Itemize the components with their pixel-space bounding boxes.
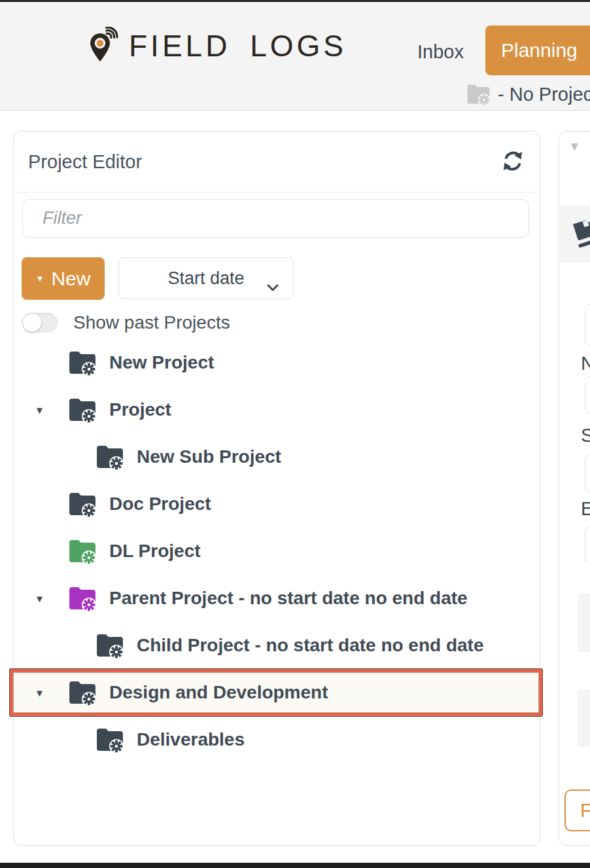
panel-title: Project Editor	[28, 151, 142, 173]
tree-row[interactable]: ▼	[10, 669, 542, 716]
map-pin-signal-icon	[88, 27, 118, 65]
project-editor-panel: Project Editor ▼ New Start date	[13, 131, 540, 846]
detail-tab-bar	[560, 206, 590, 262]
tree-row[interactable]: ▼	[14, 716, 540, 763]
show-past-toggle-row: Show past Projects	[22, 312, 230, 333]
detail-block	[578, 689, 590, 747]
bottom-border-bar	[0, 863, 590, 868]
selected-project-indicator[interactable]: - No Projec	[466, 83, 590, 105]
detail-input[interactable]	[585, 376, 590, 414]
folder-gear-icon	[67, 350, 97, 376]
show-past-toggle[interactable]	[22, 313, 58, 333]
folder-gear-icon	[67, 538, 97, 564]
selected-project-label: - No Projec	[498, 84, 590, 105]
detail-action-button[interactable]: F	[564, 789, 590, 831]
folder-gear-icon	[95, 632, 125, 659]
tree-row[interactable]: ▼	[14, 433, 540, 480]
folder-gear-icon	[67, 679, 97, 706]
project-label: New Project	[109, 352, 214, 373]
toggle-knob	[23, 314, 41, 332]
field-label-end: E	[581, 498, 590, 520]
caret-down-icon[interactable]: ▼	[35, 593, 49, 604]
project-detail-panel: ▼ N S E F	[559, 131, 590, 846]
tree-row[interactable]: ▼	[14, 480, 540, 528]
folder-gear-icon	[67, 491, 97, 517]
project-label: Design and Development	[109, 682, 328, 703]
caret-down-icon[interactable]: ▼	[35, 687, 49, 698]
chevron-down-icon	[267, 276, 279, 297]
tree-row[interactable]: ▼	[14, 339, 540, 386]
nav-planning-label: Planning	[501, 39, 578, 62]
project-label: DL Project	[109, 541, 201, 562]
folder-gear-icon	[95, 727, 125, 753]
detail-input[interactable]	[585, 454, 590, 493]
new-project-button[interactable]: ▼ New	[22, 257, 105, 300]
filter-input[interactable]	[22, 199, 529, 238]
folder-gear-icon	[95, 444, 125, 470]
panel-header: Project Editor	[14, 132, 540, 192]
caret-down-icon: ▼	[36, 274, 44, 283]
nav-inbox[interactable]: Inbox	[417, 41, 464, 63]
tree-row[interactable]: ▼	[14, 622, 540, 669]
field-label-name: N	[581, 353, 590, 374]
project-label: New Sub Project	[137, 446, 281, 467]
app-header: FIELD LOGS Inbox Planning	[0, 2, 590, 111]
brand-title: FIELD LOGS	[129, 28, 347, 63]
tree-row[interactable]: ▼	[14, 575, 540, 622]
project-label: Doc Project	[109, 494, 211, 515]
caret-down-icon[interactable]: ▼	[35, 405, 49, 416]
new-button-label: New	[51, 268, 90, 290]
project-label: Child Project - no start date no end dat…	[137, 635, 484, 656]
detail-action-label: F	[580, 799, 590, 822]
detail-input[interactable]	[585, 526, 590, 565]
project-label: Parent Project - no start date no end da…	[109, 588, 468, 609]
sort-select[interactable]: Start date	[118, 257, 294, 299]
detail-input[interactable]	[585, 304, 590, 346]
detail-block	[578, 593, 590, 652]
sort-select-value: Start date	[167, 268, 244, 289]
refresh-icon[interactable]	[502, 150, 524, 172]
tree-row[interactable]: ▼	[14, 386, 540, 433]
toggle-label: Show past Projects	[73, 312, 230, 333]
nav-planning-button[interactable]: Planning	[485, 26, 590, 75]
caret-down-icon[interactable]: ▼	[568, 139, 581, 154]
save-icon[interactable]	[570, 215, 590, 249]
project-label: Project	[109, 399, 171, 420]
field-label-start: S	[581, 425, 590, 446]
project-tree: ▼	[14, 339, 540, 763]
project-label: Deliverables	[137, 729, 245, 750]
folder-gear-icon	[67, 585, 97, 611]
tree-row[interactable]: ▼	[14, 528, 540, 575]
app-logo: FIELD LOGS	[88, 27, 347, 65]
folder-gear-icon	[67, 397, 97, 423]
folder-gear-icon	[466, 83, 491, 105]
app-window: FIELD LOGS Inbox Planning	[0, 0, 590, 868]
